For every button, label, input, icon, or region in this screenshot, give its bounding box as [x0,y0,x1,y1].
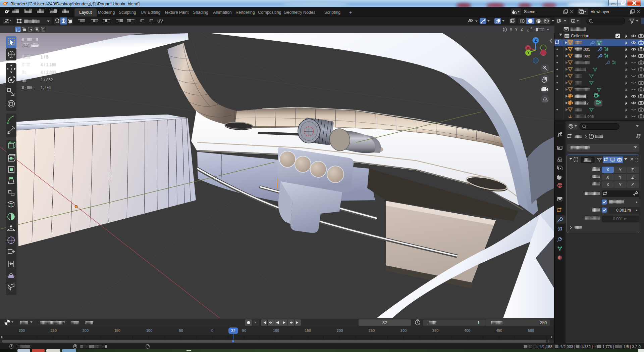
svg-text:Y: Y [619,175,622,180]
svg-text:0: 0 [211,328,213,333]
svg-text:0.001 m: 0.001 m [613,217,627,221]
svg-text:X: X [606,168,609,172]
svg-text:Y: Y [619,168,622,172]
svg-text:32: 32 [231,328,236,333]
svg-text:400: 400 [464,328,470,333]
svg-text:450: 450 [496,328,502,333]
svg-text:X: X [606,175,609,180]
svg-text:-300: -300 [17,328,25,333]
svg-text:1: 1 [477,320,480,325]
svg-text:50: 50 [242,328,246,333]
svg-text:.002: .002 [583,54,590,58]
svg-text:-200: -200 [81,328,89,333]
svg-text:0.001 m: 0.001 m [616,208,631,213]
svg-text:Collection: Collection [571,34,589,38]
svg-text:100: 100 [273,328,279,333]
svg-text:350: 350 [432,328,438,333]
svg-text:-50: -50 [178,328,183,333]
svg-text:.001: .001 [583,47,590,51]
svg-text:Y: Y [619,182,622,187]
svg-text:Z: Z [631,182,634,187]
svg-text:300: 300 [400,328,407,333]
svg-text:-100: -100 [145,328,152,333]
svg-text:250: 250 [540,320,547,325]
svg-text:32: 32 [382,320,387,325]
svg-text:X: X [527,47,529,50]
svg-text:150: 150 [305,328,311,333]
svg-text:Z: Z [631,175,634,180]
svg-text:250: 250 [369,328,375,333]
svg-text:Y: Y [527,51,530,55]
svg-text:-250: -250 [49,328,57,333]
svg-text:-150: -150 [113,328,120,333]
svg-text:200: 200 [337,328,343,333]
svg-text:500: 500 [528,328,534,333]
svg-text:X: X [606,182,609,187]
svg-text:2: 2 [586,101,588,105]
svg-text:.005: .005 [586,115,594,119]
svg-text:Z: Z [535,39,537,42]
svg-text:Z: Z [631,168,634,172]
